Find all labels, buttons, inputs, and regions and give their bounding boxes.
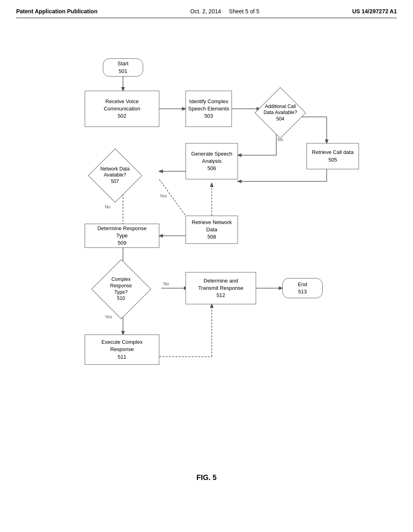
svg-text:Yes: Yes [160,193,167,198]
node-503: Identify ComplexSpeech Elements503 [186,91,232,127]
page-header: Patent Application Publication Oct. 2, 2… [16,8,397,18]
node-502: Receive VoiceCommunication502 [85,91,159,127]
svg-text:No: No [105,204,111,209]
arrows-svg: No Yes No Yes No [16,22,397,466]
node-511: Execute ComplexResponse511 [85,335,159,365]
node-510: ComplexResponseType?510 [89,266,153,312]
node-504: Additional CallData Available?504 [254,91,307,135]
node-505: Retrieve Call data505 [307,143,359,169]
header-date: Oct. 2, 2014 [190,8,221,15]
figure-label: FIG. 5 [16,474,397,482]
flowchart-diagram: No Yes No Yes No [16,22,397,466]
header-sheet: Sheet 5 of 5 [229,8,260,15]
node-512: Determine andTransmit Response512 [186,272,256,304]
node-506: Generate SpeechAnalysis506 [186,143,238,179]
node-508: Retrieve Network Data508 [186,216,238,244]
node-501: Start501 [103,58,143,77]
svg-text:No: No [163,281,169,286]
header-left: Patent Application Publication [16,8,98,15]
page: Patent Application Publication Oct. 2, 2… [0,0,413,532]
header-center: Oct. 2, 2014 Sheet 5 of 5 [190,8,259,15]
svg-text:Yes: Yes [105,314,112,319]
node-509: Determine ResponseType509 [85,224,159,248]
svg-line-14 [159,179,186,216]
header-right: US 14/297272 A1 [352,8,397,15]
node-507: Network DataAvailable?507 [87,153,143,197]
node-513: End513 [282,278,323,298]
